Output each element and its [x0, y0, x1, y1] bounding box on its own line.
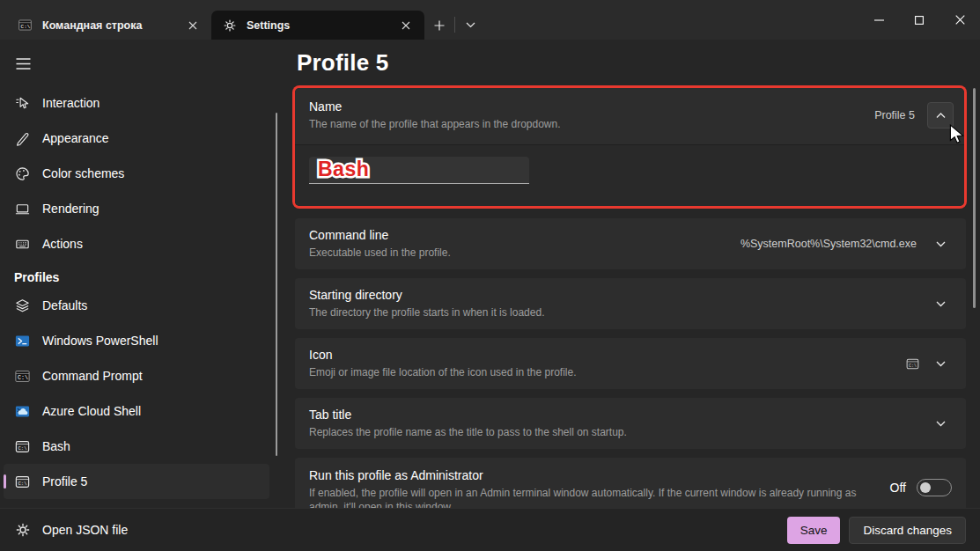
setting-label: Icon [309, 348, 905, 362]
tab-dropdown-button[interactable] [455, 11, 485, 40]
titlebar-drag-area [485, 0, 858, 40]
svg-text:C:\: C:\ [18, 445, 27, 452]
sidebar-scrollbar[interactable] [276, 113, 277, 456]
new-tab-button[interactable] [424, 11, 454, 40]
expand-button[interactable] [929, 412, 952, 435]
setting-description: If enabled, the profile will open in an … [309, 486, 868, 508]
rendering-icon [14, 201, 31, 217]
sidebar-item-profile-5[interactable]: C:\ Profile 5 [4, 464, 269, 499]
svg-text:C:\: C:\ [21, 24, 31, 30]
expand-button[interactable] [929, 232, 952, 255]
sidebar-item-bash[interactable]: C:\ Bash [4, 429, 269, 464]
chevron-down-icon [466, 22, 475, 28]
close-tab-icon[interactable] [396, 16, 416, 35]
navigation-menu-button[interactable] [7, 50, 39, 77]
run-as-administrator-setting-card: Run this profile as Administrator If ena… [295, 458, 966, 508]
svg-text:C:\: C:\ [18, 374, 28, 381]
close-tab-icon[interactable] [183, 16, 203, 35]
sidebar-item-label: Command Prompt [42, 369, 143, 383]
chevron-down-icon [936, 361, 946, 367]
content-scrollbar[interactable] [973, 88, 976, 308]
terminal-outline-icon: C:\ [14, 438, 31, 455]
sidebar-item-rendering[interactable]: Rendering [4, 191, 269, 226]
setting-label: Run this profile as Administrator [309, 468, 890, 482]
sidebar-item-interaction[interactable]: Interaction [4, 85, 269, 121]
setting-description: The name of the profile that appears in … [309, 117, 874, 131]
sidebar-item-label: Azure Cloud Shell [42, 404, 141, 418]
expand-button[interactable] [929, 352, 952, 375]
sidebar-item-label: Profile 5 [42, 474, 87, 489]
chevron-up-icon [936, 113, 946, 119]
open-json-file-label: Open JSON file [42, 523, 128, 537]
annotation-typed-text: Bash [318, 158, 369, 181]
hamburger-icon [16, 58, 31, 70]
sidebar-item-label: Appearance [42, 131, 109, 145]
minimize-button[interactable] [858, 0, 899, 40]
sidebar-item-windows-powershell[interactable]: Windows PowerShell [4, 323, 269, 358]
tab-title-setting-card[interactable]: Tab title Replaces the profile name as t… [295, 398, 966, 449]
close-icon [955, 15, 965, 25]
name-setting-expanded-body: Bash Bash [295, 144, 964, 206]
interaction-icon [14, 95, 31, 112]
gear-icon [222, 18, 237, 33]
setting-current-value: Profile 5 [874, 109, 915, 121]
command-line-setting-card[interactable]: Command line Executable used in the prof… [295, 218, 966, 269]
sidebar-item-azure-cloud-shell[interactable]: Azure Cloud Shell [4, 393, 269, 429]
footer-bar: Open JSON file Save Discard changes [0, 508, 980, 551]
page-title: Profile 5 [297, 49, 966, 77]
close-window-button[interactable] [939, 0, 980, 40]
tab-settings[interactable]: Settings [211, 11, 424, 40]
open-json-file-button[interactable]: Open JSON file [14, 522, 128, 539]
tab-command-prompt[interactable]: C:\ Командная строка [7, 11, 211, 40]
svg-text:C:\: C:\ [909, 363, 917, 367]
setting-description: Replaces the profile name as the title t… [309, 425, 929, 439]
sidebar-item-appearance[interactable]: Appearance [4, 121, 269, 156]
appearance-icon [14, 130, 31, 147]
toggle-state-label: Off [890, 481, 906, 495]
azure-cloud-icon [14, 403, 31, 420]
svg-text:C:\: C:\ [18, 481, 27, 487]
windows-terminal-settings-window: C:\ Командная строка Settings [0, 0, 980, 551]
sidebar-item-label: Defaults [42, 298, 87, 312]
sidebar-item-label: Windows PowerShell [42, 334, 158, 348]
settings-main-panel: Profile 5 Name The name of the profile t… [278, 40, 980, 508]
sidebar-item-label: Actions [42, 237, 83, 251]
name-setting-card-annotated: Name The name of the profile that appear… [295, 88, 964, 206]
admin-toggle-switch[interactable] [917, 479, 952, 496]
terminal-outline-icon: C:\ [905, 356, 920, 371]
maximize-button[interactable] [899, 0, 939, 40]
save-button[interactable]: Save [787, 517, 841, 544]
maximize-icon [915, 16, 924, 25]
setting-label: Name [309, 99, 874, 114]
selection-accent [4, 474, 6, 489]
sidebar-item-label: Bash [42, 439, 70, 453]
starting-directory-setting-card[interactable]: Starting directory The directory the pro… [295, 278, 966, 329]
palette-icon [14, 165, 31, 182]
layers-icon [14, 298, 31, 314]
sidebar-item-label: Color schemes [42, 166, 124, 180]
sidebar-item-label: Rendering [42, 202, 99, 216]
setting-label: Tab title [309, 408, 929, 422]
minimize-icon [874, 19, 884, 21]
expand-button[interactable] [929, 292, 952, 315]
tab-label: Settings [247, 19, 396, 32]
setting-description: The directory the profile starts in when… [309, 305, 929, 320]
name-setting-header[interactable]: Name The name of the profile that appear… [295, 88, 964, 144]
setting-label: Command line [309, 228, 741, 242]
chevron-down-icon [936, 241, 946, 247]
icon-setting-card[interactable]: Icon Emoji or image file location of the… [295, 338, 966, 389]
sidebar-item-command-prompt[interactable]: C:\ Command Prompt [4, 358, 269, 393]
discard-changes-button[interactable]: Discard changes [849, 517, 966, 544]
sidebar-item-color-schemes[interactable]: Color schemes [4, 156, 269, 191]
chevron-down-icon [936, 421, 946, 427]
collapse-button[interactable] [927, 102, 954, 129]
sidebar-item-actions[interactable]: Actions [4, 226, 269, 261]
profiles-section-header: Profiles [14, 270, 278, 284]
terminal-outline-icon: C:\ [14, 474, 31, 490]
profile-name-input[interactable]: Bash Bash [309, 157, 529, 184]
sidebar-item-defaults[interactable]: Defaults [4, 288, 269, 323]
settings-sidebar: Interaction Appearance Color schemes [0, 40, 278, 508]
sidebar-item-label: Interaction [42, 96, 99, 110]
setting-description: Emoji or image file location of the icon… [309, 365, 905, 379]
cmd-icon: C:\ [14, 368, 31, 385]
